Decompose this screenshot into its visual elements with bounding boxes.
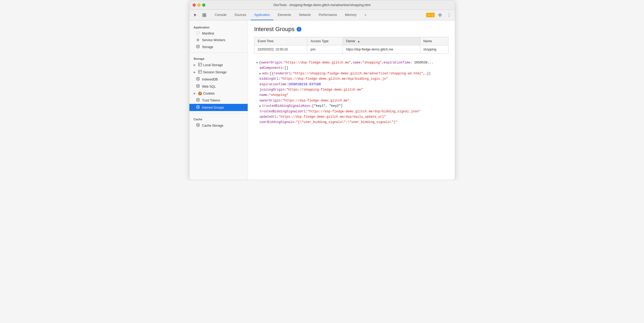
sidebar-divider-2: [189, 113, 248, 113]
sidebar-item-label: Manifest: [202, 32, 214, 35]
local-storage-icon: [198, 63, 202, 67]
sidebar-item-web-sql[interactable]: Web SQL: [189, 83, 248, 90]
info-icon[interactable]: i: [297, 27, 301, 32]
sidebar-item-local-storage[interactable]: ▶ Local Storage: [189, 61, 248, 69]
sidebar-item-label: Session Storage: [203, 70, 227, 74]
svg-point-15: [197, 124, 199, 125]
json-line-trustedBiddingSignalsUrl: trustedBiddingSignalsUrl : "https://dsp-…: [254, 109, 448, 114]
json-line-ownerOrigin: ownerOrigin : "https://dsp-fledge-demo.g…: [254, 98, 448, 103]
indexeddb-icon: [196, 77, 200, 82]
expand-trusted-keys-icon[interactable]: ▶: [260, 104, 261, 108]
interest-groups-table: Event Time Access Type Owner ▲ Name: [254, 37, 448, 54]
sort-arrow-icon: ▲: [357, 40, 360, 43]
manifest-icon: 📄: [196, 31, 200, 35]
cell-event-time: 22/03/2022, 10:50:16: [254, 45, 307, 54]
settings-icon[interactable]: ⚙: [436, 11, 444, 19]
tab-console[interactable]: Console: [211, 10, 230, 20]
interest-groups-icon: [196, 105, 200, 110]
content-title-row: Interest Groups i: [254, 26, 448, 33]
chevron-right-icon: ▶: [194, 71, 197, 74]
cursor-icon[interactable]: [192, 11, 199, 19]
svg-point-13: [197, 98, 199, 99]
window-title: DevTools - shopping-fledge-demo.glitch.m…: [273, 3, 371, 7]
sidebar-item-cookies[interactable]: ▶ 🍪 Cookies: [189, 90, 248, 97]
sidebar-item-manifest[interactable]: 📄 Manifest: [189, 30, 248, 37]
inspect-icon[interactable]: [201, 11, 208, 19]
more-options-icon[interactable]: ⋮: [445, 11, 453, 19]
sidebar-divider: [189, 53, 248, 53]
json-line-1: ▼ { ownerOrigin : "https://dsp-fledge-de…: [254, 60, 448, 65]
table-header-row: Event Time Access Type Owner ▲ Name: [254, 37, 448, 45]
sidebar-item-service-workers[interactable]: ⚙ Service Workers: [189, 37, 248, 43]
traffic-lights: [193, 3, 205, 7]
minimize-button[interactable]: [197, 3, 201, 7]
sidebar-item-session-storage[interactable]: ▶ Session Storage: [189, 69, 248, 76]
devtools-window: DevTools - shopping-fledge-demo.glitch.m…: [189, 0, 455, 180]
storage-icon: [196, 45, 200, 49]
table-row[interactable]: 22/03/2022, 10:50:16 join https://dsp-fl…: [254, 45, 448, 54]
svg-rect-8: [198, 70, 202, 73]
session-storage-icon: [198, 70, 202, 74]
content-area: Interest Groups i Event Time Access Type…: [248, 20, 455, 180]
sidebar-item-interest-groups[interactable]: Interest Groups: [189, 104, 248, 111]
json-line-name: name : "shopping": [254, 92, 448, 98]
trust-tokens-icon: [196, 98, 200, 103]
sidebar-item-cache-storage[interactable]: Cache Storage: [189, 122, 248, 129]
tab-sources[interactable]: Sources: [231, 10, 250, 20]
tab-elements[interactable]: Elements: [274, 10, 295, 20]
sidebar-item-label: Web SQL: [202, 85, 216, 88]
web-sql-icon: [196, 84, 200, 89]
cell-name: shopping: [420, 45, 448, 54]
json-line-expirationTime: expirationTime : 1650538216.837188: [254, 82, 448, 87]
expand-ads-icon[interactable]: ▶: [260, 71, 261, 76]
cache-storage-icon: [196, 123, 200, 128]
chevron-right-icon: ▶: [194, 63, 197, 66]
json-line-biddingUrl: biddingUrl : "https://dsp-fledge-demo.gl…: [254, 76, 448, 82]
json-line-userBiddingSignals: userBiddingSignals : "{\"user_bidding_si…: [254, 120, 448, 125]
svg-rect-3: [205, 15, 206, 17]
svg-rect-0: [203, 14, 204, 15]
maximize-button[interactable]: [202, 3, 205, 7]
svg-point-14: [197, 105, 199, 107]
sidebar-item-storage[interactable]: Storage: [189, 43, 248, 50]
cell-access-type: join: [307, 45, 343, 54]
storage-section-title: Storage: [189, 55, 248, 61]
json-line-adComponents: adComponents : []: [254, 65, 448, 71]
sidebar-item-indexeddb[interactable]: IndexedDB: [189, 76, 248, 83]
tab-application[interactable]: Application: [251, 10, 274, 20]
sidebar-item-label: Trust Tokens: [202, 99, 220, 102]
chevron-right-icon: ▶: [194, 92, 197, 95]
svg-rect-2: [203, 15, 204, 17]
col-name[interactable]: Name: [420, 37, 448, 45]
json-tree: ▼ { ownerOrigin : "https://dsp-fledge-de…: [254, 58, 448, 127]
tab-memory[interactable]: Memory: [341, 10, 360, 20]
sidebar-item-label: Storage: [202, 45, 213, 49]
tab-bar-icons: [192, 11, 208, 19]
json-line-updateUrl: updateUrl : "https://dsp-fledge-demo.gli…: [254, 114, 448, 120]
warning-icon: ⚠: [428, 13, 430, 17]
close-button[interactable]: [193, 3, 196, 7]
svg-point-4: [197, 45, 199, 46]
title-bar: DevTools - shopping-fledge-demo.glitch.m…: [189, 0, 455, 10]
page-title: Interest Groups: [254, 26, 295, 33]
sidebar-item-label: Cookies: [203, 92, 215, 95]
svg-rect-1: [205, 14, 206, 15]
sidebar: Application 📄 Manifest ⚙ Service Workers…: [189, 20, 248, 180]
col-owner[interactable]: Owner ▲: [343, 37, 420, 45]
json-line-ads: ▶ ads : [{ renderUrl : "https://shopping…: [254, 71, 448, 76]
sidebar-item-label: Service Workers: [202, 38, 226, 42]
collapse-icon[interactable]: ▼: [256, 61, 258, 65]
sidebar-item-trust-tokens[interactable]: Trust Tokens: [189, 97, 248, 104]
service-workers-icon: ⚙: [196, 38, 200, 42]
json-line-joiningOrigin: joiningOrigin : "https://shopping-fledge…: [254, 87, 448, 92]
svg-point-11: [197, 77, 199, 78]
tab-network[interactable]: Network: [295, 10, 314, 20]
col-event-time[interactable]: Event Time: [254, 37, 307, 45]
col-access-type[interactable]: Access Type: [307, 37, 343, 45]
cookies-icon: 🍪: [198, 91, 202, 95]
warning-badge[interactable]: ⚠ 1: [426, 13, 434, 17]
tab-more[interactable]: »: [361, 10, 370, 20]
svg-rect-5: [198, 63, 202, 66]
tab-performance[interactable]: Performance: [315, 10, 341, 20]
cell-owner: https://dsp-fledge-demo.glitch.me: [343, 45, 420, 54]
